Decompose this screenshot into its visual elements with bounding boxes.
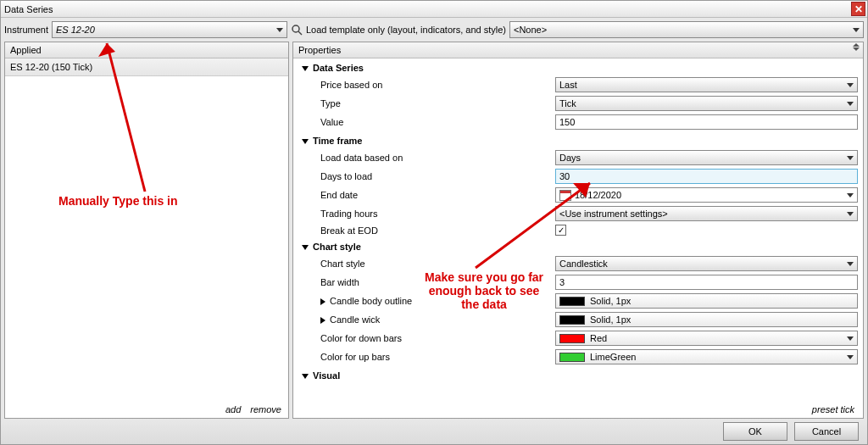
group-time-frame[interactable]: Time frame [293, 131, 863, 148]
group-chart-style[interactable]: Chart style [293, 237, 863, 254]
remove-link[interactable]: remove [250, 404, 281, 414]
instrument-value: ES 12-20 [56, 25, 95, 35]
color-swatch [559, 297, 585, 306]
type-label: Type [293, 94, 552, 113]
properties-body[interactable]: Data Series Price based onLast TypeTick … [293, 58, 863, 401]
calendar-icon [559, 190, 571, 201]
group-data-series[interactable]: Data Series [293, 58, 863, 75]
chevron-down-icon [302, 66, 309, 71]
properties-panel: Properties Data Series Price based onLas… [292, 42, 864, 419]
color-down-dropdown[interactable]: Red [555, 331, 858, 346]
type-dropdown[interactable]: Tick [555, 96, 858, 111]
template-value: <None> [514, 25, 547, 35]
scroll-up-icon[interactable] [853, 43, 860, 47]
color-up-bars-label: Color for up bars [293, 348, 552, 366]
color-swatch [559, 353, 585, 362]
properties-footer[interactable]: preset tick [293, 401, 863, 418]
instrument-label: Instrument [4, 25, 48, 35]
chevron-down-icon [847, 337, 854, 341]
applied-list: ES 12-20 (150 Tick) [5, 58, 288, 401]
applied-panel: Applied ES 12-20 (150 Tick) add remove [4, 42, 289, 419]
candle-body-color[interactable]: Solid, 1px [555, 293, 858, 309]
scroll-arrows [851, 43, 861, 51]
svg-point-0 [292, 25, 299, 32]
cancel-button[interactable]: Cancel [794, 422, 859, 441]
template-dropdown[interactable]: <None> [509, 21, 864, 38]
group-visual[interactable]: Visual [293, 366, 863, 383]
bar-width-label: Bar width [293, 273, 552, 292]
candle-wick-color[interactable]: Solid, 1px [555, 312, 858, 327]
properties-header-text: Properties [298, 45, 341, 55]
properties-table: Data Series Price based onLast TypeTick … [293, 58, 863, 383]
trading-hours-dropdown[interactable]: <Use instrument settings> [555, 206, 858, 221]
search-icon[interactable] [291, 24, 303, 36]
price-based-on-dropdown[interactable]: Last [555, 77, 858, 92]
break-eod-label: Break at EOD [293, 223, 552, 237]
window-title: Data Series [4, 4, 53, 14]
data-series-window: Data Series ✕ Instrument ES 12-20 Load t… [0, 0, 868, 445]
chevron-down-icon [847, 355, 854, 359]
chevron-down-icon [302, 245, 309, 250]
price-based-on-label: Price based on [293, 75, 552, 94]
color-up-dropdown[interactable]: LimeGreen [555, 349, 858, 364]
applied-item[interactable]: ES 12-20 (150 Tick) [5, 58, 288, 76]
candle-wick-label[interactable]: Candle wick [293, 310, 552, 329]
applied-header-text: Applied [10, 45, 42, 55]
applied-header: Applied [5, 42, 288, 58]
value-label: Value [293, 113, 552, 131]
close-button[interactable]: ✕ [851, 2, 865, 16]
scroll-down-icon[interactable] [853, 47, 860, 51]
break-eod-checkbox[interactable]: ✓ [555, 225, 566, 236]
ok-button[interactable]: OK [723, 422, 787, 441]
main-body: Applied ES 12-20 (150 Tick) add remove P… [1, 42, 867, 419]
color-swatch [559, 334, 585, 343]
value-input[interactable]: 150 [555, 114, 858, 130]
color-swatch [559, 315, 585, 325]
chevron-right-icon [320, 317, 326, 324]
chevron-down-icon [302, 139, 309, 144]
button-bar: OK Cancel [1, 419, 867, 444]
applied-footer: add remove [5, 401, 288, 418]
instrument-dropdown[interactable]: ES 12-20 [52, 21, 287, 38]
svg-line-1 [298, 31, 302, 35]
end-date-picker[interactable]: 18/12/2020 [555, 187, 858, 203]
chevron-right-icon [320, 298, 326, 305]
chart-style-label: Chart style [293, 254, 552, 273]
add-link[interactable]: add [225, 404, 241, 414]
properties-header: Properties [293, 42, 863, 58]
close-icon: ✕ [854, 3, 863, 15]
load-template-label: Load template only (layout, indicators, … [306, 25, 506, 35]
end-date-label: End date [293, 186, 552, 204]
instrument-row: Instrument ES 12-20 Load template only (… [1, 18, 867, 42]
chevron-down-icon [302, 374, 309, 379]
load-data-dropdown[interactable]: Days [555, 150, 858, 165]
days-to-load-label: Days to load [293, 167, 552, 186]
candle-body-outline-label[interactable]: Candle body outline [293, 292, 552, 310]
trading-hours-label: Trading hours [293, 204, 552, 223]
load-data-label: Load data based on [293, 148, 552, 167]
chart-style-dropdown[interactable]: Candlestick [555, 256, 858, 271]
bar-width-input[interactable]: 3 [555, 275, 858, 290]
title-bar: Data Series ✕ [1, 1, 867, 18]
color-down-bars-label: Color for down bars [293, 329, 552, 348]
days-to-load-input[interactable]: 30 [555, 169, 858, 184]
